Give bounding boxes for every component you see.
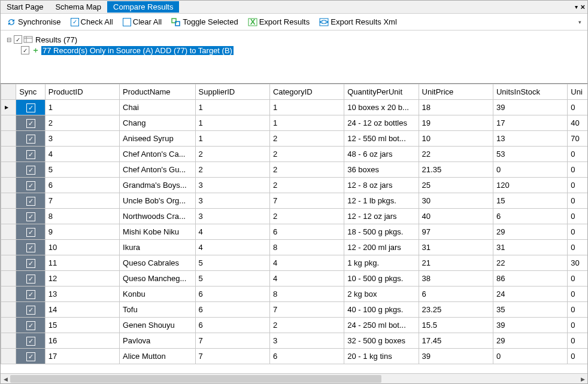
tab-compare-results[interactable]: Compare Results	[107, 1, 179, 13]
row-header[interactable]	[1, 209, 16, 224]
sync-checkbox-icon[interactable]: ✓	[26, 243, 35, 252]
scroll-thumb[interactable]	[10, 375, 381, 383]
sync-checkbox-icon[interactable]: ✓	[26, 119, 35, 128]
table-row[interactable]: ✓16Pavlova7332 - 500 g boxes17.45290	[1, 333, 588, 349]
row-header[interactable]	[1, 302, 16, 318]
table-row[interactable]: ✓9Mishi Kobe Niku4618 - 500 g pkgs.97290	[1, 224, 588, 240]
table-row[interactable]: ✓12Queso Mancheg...5410 - 500 g pkgs.388…	[1, 271, 588, 287]
sync-checkbox-icon[interactable]: ✓	[26, 259, 35, 268]
tab-schema-map[interactable]: Schema Map	[49, 1, 107, 13]
col-sync[interactable]: Sync	[16, 84, 45, 100]
row-header[interactable]	[1, 224, 16, 240]
col-supplierid[interactable]: SupplierID	[195, 84, 269, 100]
col-unitprice[interactable]: UnitPrice	[419, 84, 493, 100]
sync-cell[interactable]: ✓	[16, 115, 45, 131]
close-icon[interactable]: ×	[580, 2, 585, 11]
col-unitsonorder[interactable]: Uni	[568, 84, 587, 100]
table-row[interactable]: ✓4Chef Anton's Ca...2248 - 6 oz jars2253…	[1, 147, 588, 162]
sync-cell[interactable]: ✓	[16, 302, 45, 318]
row-header[interactable]	[1, 147, 16, 162]
clear-all-label: Clear All	[133, 17, 162, 26]
export-results-xml-button[interactable]: <> Export Results Xml	[317, 16, 399, 28]
table-row[interactable]: ✓13Konbu682 kg box6240	[1, 287, 588, 302]
col-productid[interactable]: ProductID	[45, 84, 119, 100]
sync-cell[interactable]: ✓	[16, 349, 45, 364]
table-row[interactable]: ✓6Grandma's Boys...3212 - 8 oz jars25120…	[1, 178, 588, 193]
sync-checkbox-icon[interactable]: ✓	[26, 321, 35, 330]
pin-icon[interactable]: ▾	[575, 4, 578, 10]
sync-cell[interactable]: ✓	[16, 147, 45, 162]
sync-checkbox-icon[interactable]: ✓	[26, 290, 35, 299]
col-productname[interactable]: ProductName	[120, 84, 195, 100]
sync-checkbox-icon[interactable]: ✓	[26, 228, 35, 237]
synchronise-button[interactable]: Synchronise	[4, 16, 63, 28]
row-header[interactable]	[1, 100, 16, 115]
toolbar-overflow-icon[interactable]: ▾	[576, 19, 584, 25]
table-row[interactable]: ✓3Aniseed Syrup1212 - 550 ml bot...10137…	[1, 131, 588, 147]
sync-checkbox-icon[interactable]: ✓	[26, 275, 35, 284]
tree-checkbox[interactable]: ✓	[14, 35, 22, 44]
sync-cell[interactable]: ✓	[16, 209, 45, 224]
sync-checkbox-icon[interactable]: ✓	[26, 352, 35, 361]
sync-cell[interactable]: ✓	[16, 162, 45, 178]
table-row[interactable]: ✓14Tofu6740 - 100 g pkgs.23.25350	[1, 302, 588, 318]
table-row[interactable]: ✓2Chang1124 - 12 oz bottles191740	[1, 115, 588, 131]
col-categoryid[interactable]: CategoryID	[269, 84, 344, 100]
sync-checkbox-icon[interactable]: ✓	[26, 306, 35, 315]
sync-checkbox-icon[interactable]: ✓	[26, 212, 35, 221]
tree-child-node[interactable]: ✓ ＋ 77 Record(s) Only in Source (A) ADD …	[5, 45, 583, 56]
sync-cell[interactable]: ✓	[16, 287, 45, 302]
sync-checkbox-icon[interactable]: ✓	[26, 337, 35, 346]
horizontal-scrollbar[interactable]: ◀ ▶	[1, 373, 587, 383]
sync-cell[interactable]: ✓	[16, 318, 45, 333]
sync-checkbox-icon[interactable]: ✓	[26, 135, 35, 144]
toggle-selected-button[interactable]: Toggle Selected	[169, 16, 241, 28]
sync-checkbox-icon[interactable]: ✓	[26, 166, 35, 175]
row-header[interactable]	[1, 271, 16, 287]
sync-cell[interactable]: ✓	[16, 240, 45, 255]
sync-cell[interactable]: ✓	[16, 131, 45, 147]
sync-checkbox-icon[interactable]: ✓	[26, 197, 35, 206]
row-header[interactable]	[1, 287, 16, 302]
clear-all-button[interactable]: Clear All	[120, 16, 164, 28]
row-header[interactable]	[1, 178, 16, 193]
sync-cell[interactable]: ✓	[16, 333, 45, 349]
scroll-left-icon[interactable]: ◀	[1, 374, 10, 383]
table-row[interactable]: ✓8Northwoods Cra...3212 - 12 oz jars4060	[1, 209, 588, 224]
sync-cell[interactable]: ✓	[16, 224, 45, 240]
export-results-button[interactable]: X Export Results	[245, 16, 313, 28]
table-row[interactable]: ✓7Uncle Bob's Org...3712 - 1 lb pkgs.301…	[1, 193, 588, 209]
row-header[interactable]	[1, 131, 16, 147]
col-unitsinstock[interactable]: UnitsInStock	[493, 84, 567, 100]
table-row[interactable]: ✓5Chef Anton's Gu...2236 boxes21.3500	[1, 162, 588, 178]
row-header[interactable]	[1, 162, 16, 178]
sync-checkbox-icon[interactable]: ✓	[26, 150, 35, 159]
sync-cell[interactable]: ✓	[16, 271, 45, 287]
row-header[interactable]	[1, 333, 16, 349]
tree-checkbox[interactable]: ✓	[21, 46, 29, 54]
scroll-right-icon[interactable]: ▶	[578, 374, 587, 383]
row-header[interactable]	[1, 255, 16, 271]
table-row[interactable]: ✓11Queso Cabrales541 kg pkg.212230	[1, 255, 588, 271]
sync-cell[interactable]: ✓	[16, 193, 45, 209]
tree-root-node[interactable]: ⊟ ✓ Results (77)	[5, 34, 583, 45]
row-header[interactable]	[1, 349, 16, 364]
row-header[interactable]	[1, 115, 16, 131]
check-all-button[interactable]: ✓ Check All	[68, 16, 116, 28]
sync-checkbox-icon[interactable]: ✓	[26, 181, 35, 190]
grid-scroll-area[interactable]: Sync ProductID ProductName SupplierID Ca…	[1, 84, 587, 373]
tab-start-page[interactable]: Start Page	[1, 1, 49, 13]
row-header[interactable]	[1, 240, 16, 255]
table-row[interactable]: ✓1Chai1110 boxes x 20 b...18390	[1, 100, 588, 115]
sync-cell[interactable]: ✓	[16, 100, 45, 115]
table-row[interactable]: ✓17Alice Mutton7620 - 1 kg tins3900	[1, 349, 588, 364]
collapse-icon[interactable]: ⊟	[5, 36, 13, 43]
col-quantityperunit[interactable]: QuantityPerUnit	[344, 84, 419, 100]
table-row[interactable]: ✓15Genen Shouyu6224 - 250 ml bot...15.53…	[1, 318, 588, 333]
sync-cell[interactable]: ✓	[16, 178, 45, 193]
sync-cell[interactable]: ✓	[16, 255, 45, 271]
table-row[interactable]: ✓10Ikura4812 - 200 ml jars31310	[1, 240, 588, 255]
row-header[interactable]	[1, 193, 16, 209]
row-header[interactable]	[1, 318, 16, 333]
sync-checkbox-icon[interactable]: ✓	[26, 103, 35, 112]
